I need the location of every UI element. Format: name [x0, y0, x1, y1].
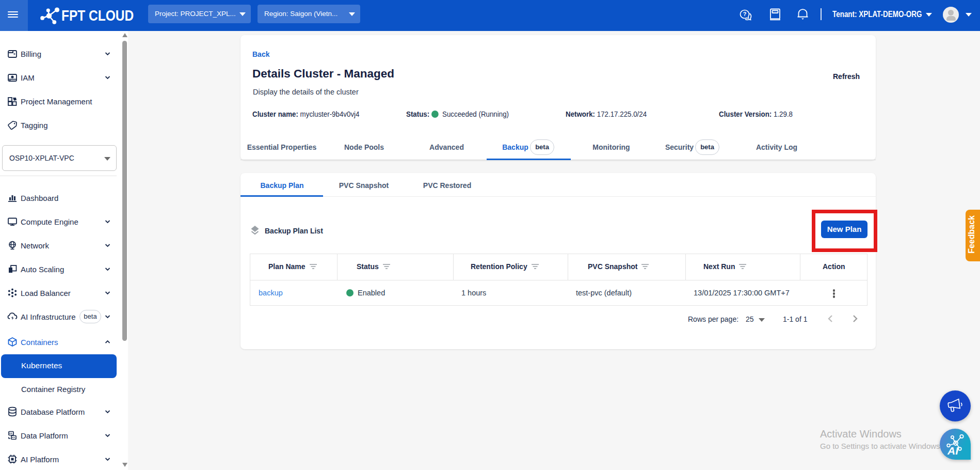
svg-text:AI: AI	[947, 445, 959, 456]
svg-text:?: ?	[743, 11, 747, 17]
